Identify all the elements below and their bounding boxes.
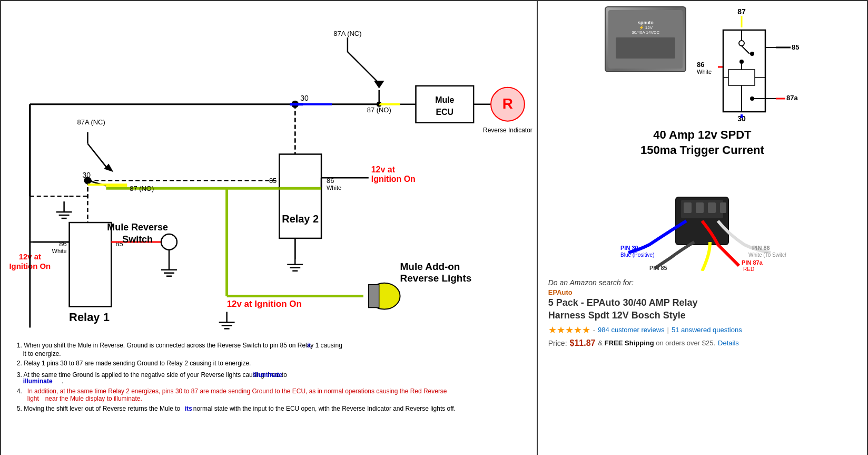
price-value: $11.87: [570, 338, 596, 348]
svg-rect-134: [696, 202, 704, 213]
svg-text:White: White: [697, 69, 712, 75]
svg-text:3.  At the same time Ground is: 3. At the same time Ground is applied to…: [17, 371, 287, 379]
ratings-row: ★★★★★ - 984 customer reviews | 51 answer…: [548, 324, 856, 336]
svg-text:Relay 2: Relay 2: [282, 213, 319, 225]
svg-rect-135: [708, 202, 716, 213]
product-side: spnuto ⚡ 12V 30/40A 14VDC 87 85: [538, 1, 867, 455]
svg-text:normal state with the input to: normal state with the input to the ECU o…: [193, 405, 456, 412]
svg-rect-133: [684, 202, 692, 213]
svg-text:ECU: ECU: [436, 108, 453, 117]
brand-label[interactable]: EPAuto: [548, 288, 573, 296]
svg-text:PIN 30: PIN 30: [620, 245, 638, 251]
svg-text:87A (NC): 87A (NC): [77, 118, 105, 126]
svg-line-61: [87, 144, 108, 170]
svg-text:RED: RED: [743, 266, 754, 271]
svg-text:White (To Switch): White (To Switch): [748, 252, 786, 258]
svg-text:30: 30: [83, 171, 91, 179]
svg-rect-136: [720, 202, 726, 213]
star-rating[interactable]: ★★★★★: [548, 324, 590, 336]
svg-text:PIN 85: PIN 85: [649, 265, 667, 271]
svg-text:.: .: [62, 377, 63, 385]
svg-point-121: [750, 52, 754, 56]
svg-text:Mule Reverse: Mule Reverse: [107, 222, 168, 233]
svg-rect-13: [279, 154, 321, 238]
svg-text:Reverse Indicator: Reverse Indicator: [483, 127, 532, 134]
svg-point-51: [161, 234, 177, 250]
main-container: Relay 2 85 86 White 12v at Ignition On 8…: [0, 0, 868, 455]
svg-text:87 (NO): 87 (NO): [130, 185, 154, 192]
svg-text:87a: 87a: [786, 94, 798, 102]
answered-questions[interactable]: 51 answered questions: [672, 326, 742, 334]
svg-text:illuminate: illuminate: [23, 377, 53, 385]
svg-text:86: 86: [59, 240, 66, 248]
svg-text:R: R: [502, 95, 513, 112]
svg-text:Switch: Switch: [122, 234, 153, 245]
svg-text:86: 86: [697, 61, 704, 69]
svg-text:In addition, at the same time : In addition, at the same time Relay 2 en…: [27, 388, 447, 395]
relay-title: 40 Amp 12v SPDT 150ma Trigger Current: [543, 128, 862, 158]
pin87-label: 87: [738, 7, 746, 16]
svg-rect-74: [369, 285, 379, 308]
svg-text:White: White: [52, 248, 67, 254]
details-link[interactable]: Details: [718, 339, 739, 347]
svg-text:near the Mule display to illum: near the Mule display to illuminate.: [45, 395, 142, 402]
amazon-section: Do an Amazon search for: EPAuto 5 Pack -…: [543, 275, 862, 351]
svg-text:87A (NC): 87A (NC): [333, 30, 361, 37]
svg-text:PIN 86: PIN 86: [752, 245, 770, 251]
svg-text:Blue (Positive): Blue (Positive): [620, 252, 654, 258]
svg-text:it: it: [307, 342, 311, 349]
svg-text:Mule: Mule: [435, 95, 454, 104]
svg-text:12v at: 12v at: [371, 165, 396, 174]
svg-text:its: its: [185, 405, 192, 412]
svg-text:85: 85: [792, 43, 799, 51]
dash-sep: -: [593, 326, 595, 334]
pipe-sep: |: [667, 326, 669, 334]
svg-text:Mule Add-on: Mule Add-on: [400, 261, 460, 272]
svg-text:light: light: [27, 395, 40, 402]
svg-rect-43: [70, 222, 112, 306]
svg-text:2.  Relay 1 pins 30 to 87 are : 2. Relay 1 pins 30 to 87 are made sendin…: [17, 360, 251, 367]
svg-point-128: [750, 96, 754, 101]
svg-text:12v at Ignition On: 12v at Ignition On: [227, 299, 302, 309]
price-row: Price: $11.87 & FREE Shipping on orders …: [548, 338, 856, 348]
amazon-search-label: Do an Amazon search for:: [548, 278, 634, 287]
svg-text:White: White: [327, 185, 341, 191]
svg-text:4.: 4.: [17, 388, 22, 395]
svg-text:87 (NO): 87 (NO): [367, 106, 391, 114]
svg-text:PIN 87a: PIN 87a: [742, 259, 763, 266]
price-label: Price:: [548, 339, 567, 347]
review-count[interactable]: 984 customer reviews: [598, 326, 664, 334]
svg-text:1.  When you shift the Mule in: 1. When you shift the Mule in Reverse, G…: [17, 342, 344, 357]
svg-text:30: 30: [300, 94, 309, 102]
svg-point-122: [739, 60, 744, 64]
diagram-side: Relay 2 85 86 White 12v at Ignition On 8…: [1, 1, 538, 455]
svg-text:5.  Moving the shift lever out: 5. Moving the shift lever out of Reverse…: [17, 405, 181, 412]
svg-rect-124: [728, 70, 755, 85]
svg-text:Reverse Lights: Reverse Lights: [400, 273, 472, 284]
svg-line-27: [348, 52, 379, 83]
shipping-text: & FREE Shipping on orders over $25.: [598, 339, 715, 347]
svg-point-119: [739, 41, 744, 46]
product-title: 5 Pack - EPAuto 30/40 AMP Relay Harness …: [548, 297, 856, 322]
svg-text:Relay 1: Relay 1: [69, 311, 110, 324]
svg-text:illuminate: illuminate: [253, 371, 282, 379]
svg-text:Ignition On: Ignition On: [371, 175, 416, 183]
svg-marker-28: [374, 81, 384, 89]
